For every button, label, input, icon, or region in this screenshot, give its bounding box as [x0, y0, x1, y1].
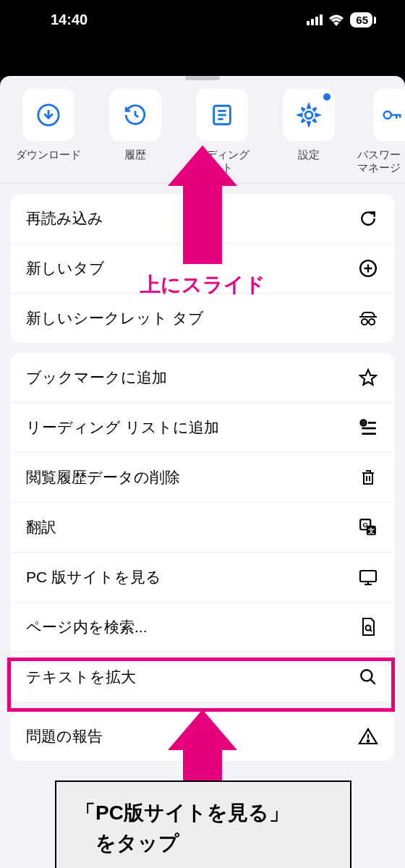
- svg-line-33: [370, 679, 375, 684]
- trash-icon: [357, 468, 379, 487]
- incognito-icon: [357, 309, 379, 328]
- menu-add-reading-list[interactable]: リーディング リストに追加: [10, 403, 395, 453]
- sheet-grabber[interactable]: [185, 76, 220, 80]
- desktop-icon: [357, 569, 379, 586]
- shortcut-password-manager[interactable]: パスワー マネージ: [357, 89, 401, 174]
- svg-line-31: [370, 630, 372, 632]
- status-bar: 14:40 65: [0, 0, 405, 40]
- annotation-callout: 「PC版サイトを見る」 をタップ: [55, 780, 351, 868]
- shortcut-history[interactable]: 履歴: [97, 89, 174, 174]
- battery-icon: 65: [350, 12, 372, 27]
- key-icon: [381, 103, 403, 127]
- status-time: 14:40: [51, 12, 88, 28]
- gear-icon: [297, 103, 321, 127]
- add-list-icon: [357, 418, 379, 437]
- shortcut-download[interactable]: ダウンロード: [10, 89, 87, 174]
- menu-clear-browsing-data[interactable]: 閲覧履歴データの削除: [10, 453, 395, 503]
- zoom-icon: [357, 668, 379, 686]
- annotation-slide-text: 上にスライド: [140, 271, 265, 299]
- shortcut-settings[interactable]: 設定: [270, 89, 347, 174]
- annotation-arrow-up: [168, 145, 237, 264]
- svg-rect-27: [360, 571, 376, 582]
- svg-point-35: [367, 740, 369, 741]
- signal-icon: [307, 14, 323, 25]
- menu-section-2: ブックマークに追加 リーディング リストに追加 閲覧履歴データの削除 翻訳 G文…: [10, 353, 395, 702]
- svg-point-6: [384, 111, 391, 119]
- reload-icon: [357, 209, 379, 228]
- menu-add-bookmark[interactable]: ブックマークに追加: [10, 353, 395, 403]
- svg-point-14: [362, 319, 367, 325]
- menu-sheet: ダウンロード 履歴 ーディング スト 設定 パスワー マネージ: [0, 76, 405, 868]
- svg-text:文: 文: [367, 527, 375, 535]
- menu-find-in-page[interactable]: ページ内を検索...: [10, 603, 395, 652]
- download-icon: [36, 103, 61, 127]
- menu-translate[interactable]: 翻訳 G文: [10, 503, 395, 553]
- warning-icon: [357, 727, 379, 746]
- plus-circle-icon: [357, 259, 379, 278]
- svg-point-15: [369, 319, 375, 325]
- notification-dot-icon: [323, 93, 331, 101]
- svg-point-5: [305, 111, 312, 119]
- menu-desktop-site[interactable]: PC 版サイトを見る: [10, 553, 395, 603]
- menu-zoom-text[interactable]: テキストを拡大: [10, 652, 395, 702]
- menu-incognito-tab[interactable]: 新しいシークレット タブ: [10, 294, 395, 343]
- annotation-arrow-up-2: [168, 710, 237, 791]
- history-icon: [123, 103, 148, 127]
- star-icon: [357, 368, 379, 387]
- svg-point-30: [366, 626, 371, 631]
- svg-point-32: [361, 670, 372, 681]
- find-in-page-icon: [357, 617, 379, 637]
- status-indicators: 65: [307, 12, 376, 27]
- translate-icon: G文: [357, 518, 379, 537]
- wifi-icon: [328, 14, 344, 26]
- reading-list-icon: [210, 103, 234, 127]
